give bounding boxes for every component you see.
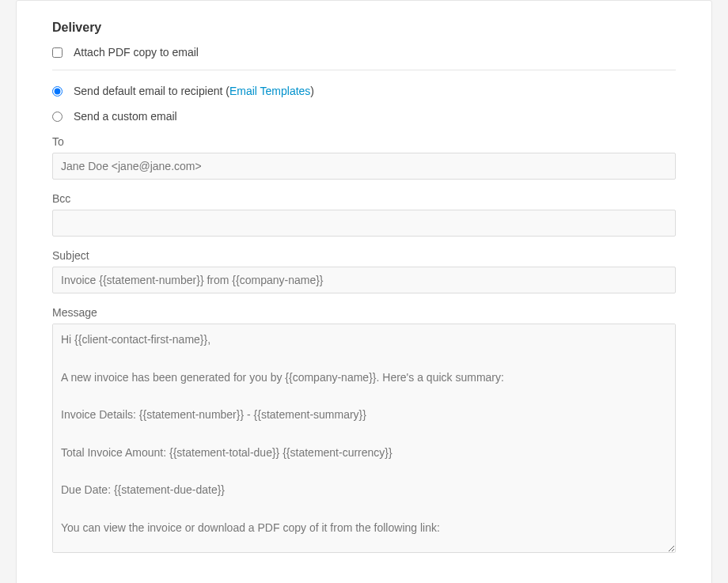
attach-pdf-checkbox[interactable]	[52, 47, 63, 58]
bcc-label: Bcc	[52, 192, 676, 205]
email-default-pre: Send default email to recipient (	[74, 85, 229, 97]
message-field-group: Message	[52, 306, 676, 556]
subject-field-group: Subject	[52, 249, 676, 293]
attach-pdf-label[interactable]: Attach PDF copy to email	[74, 46, 199, 59]
email-custom-label[interactable]: Send a custom email	[74, 110, 177, 123]
section-title: Delivery	[52, 21, 676, 35]
delivery-card: Delivery Attach PDF copy to email Send d…	[16, 0, 712, 583]
message-textarea[interactable]	[52, 324, 676, 553]
email-default-post: )	[310, 85, 314, 97]
message-label: Message	[52, 306, 676, 319]
divider	[52, 70, 676, 70]
email-templates-link[interactable]: Email Templates	[229, 85, 310, 97]
to-input[interactable]	[52, 153, 676, 180]
email-custom-row: Send a custom email	[52, 110, 676, 123]
email-default-row: Send default email to recipient (Email T…	[52, 85, 676, 97]
subject-label: Subject	[52, 249, 676, 262]
to-label: To	[52, 135, 676, 148]
to-field-group: To	[52, 135, 676, 180]
email-custom-radio[interactable]	[52, 112, 63, 122]
email-default-radio[interactable]	[52, 86, 63, 97]
subject-input[interactable]	[52, 267, 676, 293]
bcc-field-group: Bcc	[52, 192, 676, 237]
attach-pdf-row: Attach PDF copy to email	[52, 46, 676, 59]
bcc-input[interactable]	[52, 210, 676, 237]
email-default-label[interactable]: Send default email to recipient (Email T…	[74, 85, 314, 97]
